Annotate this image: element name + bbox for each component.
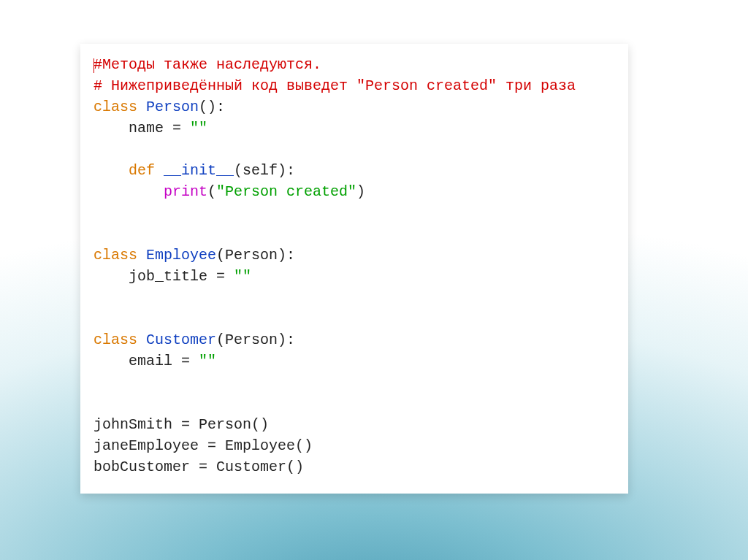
paren-close-1: ) xyxy=(356,183,365,200)
code-card: #Методы также наследуются. # Нижеприведё… xyxy=(80,44,628,494)
classname-employee: Employee xyxy=(146,247,216,264)
kw-class-3: class xyxy=(94,331,137,348)
colon-3: : xyxy=(286,331,295,348)
colon-1: : xyxy=(216,99,225,115)
kw-class-1: class xyxy=(94,99,137,115)
str-empty-1: "" xyxy=(190,120,207,137)
str-empty-3: "" xyxy=(199,353,216,369)
eq-1: = xyxy=(164,120,190,137)
str-empty-2: "" xyxy=(234,268,251,285)
paren-close-3: ) xyxy=(278,331,286,348)
paren-empty-1: () xyxy=(199,99,216,115)
paren-close-2: ) xyxy=(278,247,286,264)
assign-john: johnSmith = Person() xyxy=(94,416,269,433)
init-name: __init__ xyxy=(164,162,234,179)
colon-2: : xyxy=(286,247,295,264)
print-arg: "Person created" xyxy=(216,183,356,200)
self-param: (self): xyxy=(234,162,295,179)
eq-2: = xyxy=(207,268,234,285)
eq-3: = xyxy=(172,353,199,369)
paren-open-1: ( xyxy=(207,183,216,200)
base-person-1: Person xyxy=(225,247,278,264)
slide-background: #Методы также наследуются. # Нижеприведё… xyxy=(0,0,748,560)
attr-name: name xyxy=(129,120,164,137)
comment-line-2: # Нижеприведённый код выведет "Person cr… xyxy=(94,77,576,94)
kw-def: def xyxy=(129,162,155,179)
attr-job: job_title xyxy=(129,268,207,285)
kw-class-2: class xyxy=(94,247,137,264)
assign-bob: bobCustomer = Customer() xyxy=(94,459,304,475)
comment-line-1: #Методы также наследуются. xyxy=(94,56,321,73)
classname-customer: Customer xyxy=(146,331,216,348)
print-fn: print xyxy=(164,183,207,200)
attr-email: email xyxy=(129,353,172,369)
paren-open-2: ( xyxy=(216,247,225,264)
classname-person: Person xyxy=(146,99,199,115)
code-block: #Методы также наследуются. # Нижеприведё… xyxy=(94,54,615,477)
assign-jane: janeEmployee = Employee() xyxy=(94,437,313,454)
paren-open-3: ( xyxy=(216,331,225,348)
base-person-2: Person xyxy=(225,331,278,348)
